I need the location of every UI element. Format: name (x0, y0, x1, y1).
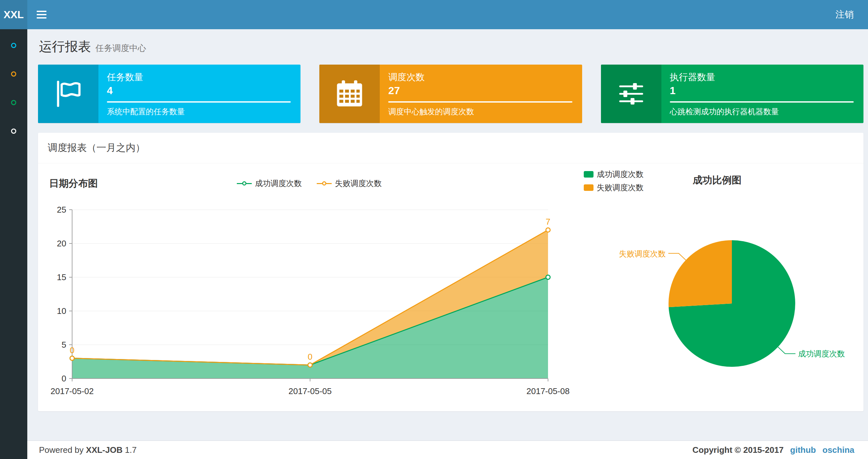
line-chart-header: 日期分布图 成功调度次数 失败调度次数 (48, 172, 571, 195)
footer-right: Copyright © 2015-2017 github oschina (692, 445, 855, 455)
date-distribution-block: 日期分布图 成功调度次数 失败调度次数 05101520252017-05-02… (48, 172, 571, 404)
line-chart-title: 日期分布图 (49, 177, 98, 190)
product-version: 1.7 (125, 445, 136, 455)
legend-item-fail[interactable]: 失败调度次数 (317, 178, 382, 189)
svg-text:25: 25 (57, 205, 66, 215)
success-ratio-pie-chart: 成功调度次数失败调度次数 (576, 203, 859, 398)
product-name: XXL-JOB (86, 445, 123, 455)
info-box-value: 27 (388, 85, 572, 97)
info-box-executor-count: 执行器数量 1 心跳检测成功的执行器机器数量 (601, 65, 864, 123)
info-box-text: 执行器数量 1 心跳检测成功的执行器机器数量 (661, 65, 864, 123)
info-box-value: 4 (107, 85, 291, 97)
svg-text:2017-05-08: 2017-05-08 (527, 386, 570, 396)
svg-text:成功调度次数: 成功调度次数 (798, 349, 845, 358)
sidebar-toggle-button[interactable] (27, 0, 56, 29)
legend-swatch (584, 171, 593, 177)
sidebar-item[interactable] (0, 31, 27, 60)
circle-icon (11, 129, 16, 134)
svg-text:20: 20 (57, 238, 66, 248)
legend-item-success[interactable]: 成功调度次数 (584, 169, 644, 179)
legend-item-fail[interactable]: 失败调度次数 (584, 183, 644, 193)
svg-text:失败调度次数: 失败调度次数 (619, 249, 665, 258)
powered-by-text: Powered by XXL-JOB 1.7 (39, 445, 137, 455)
calendar-icon (319, 65, 380, 123)
success-ratio-block: 成功调度次数 失败调度次数 成功比例图 成功调度次数失败调度次数 (571, 172, 864, 404)
info-box-label: 任务数量 (107, 71, 291, 84)
info-box-value: 1 (670, 85, 854, 97)
main-content: 运行报表 任务调度中心 任务数量 4 系统中配置的任务数量 (27, 0, 868, 441)
pie-chart-header: 成功调度次数 失败调度次数 成功比例图 (571, 172, 864, 203)
date-distribution-chart: 05101520252017-05-022017-05-052017-05-08… (48, 195, 571, 403)
progress-line (670, 101, 854, 103)
legend-swatch (584, 185, 593, 191)
sliders-icon (601, 65, 661, 123)
app-logo[interactable]: XXL (0, 0, 27, 29)
logout-link[interactable]: 注销 (821, 0, 868, 29)
pie-chart-legend: 成功调度次数 失败调度次数 (584, 169, 644, 193)
svg-text:7: 7 (546, 217, 550, 227)
line-legend-marker (317, 183, 332, 184)
progress-line (107, 101, 291, 103)
svg-text:5: 5 (62, 340, 66, 350)
info-box-trigger-count: 调度次数 27 调度中心触发的调度次数 (319, 65, 582, 123)
legend-label: 失败调度次数 (335, 178, 382, 189)
legend-label: 成功调度次数 (597, 169, 644, 179)
dispatch-report-panel: 调度报表（一月之内） 日期分布图 成功调度次数 失败调度次数 (38, 133, 864, 411)
circle-icon (11, 71, 16, 76)
progress-line (388, 101, 572, 103)
legend-label: 成功调度次数 (255, 178, 302, 189)
legend-label: 失败调度次数 (597, 183, 644, 193)
sidebar-item[interactable] (0, 117, 27, 145)
line-legend-marker (237, 183, 252, 184)
svg-text:10: 10 (57, 306, 66, 316)
footer: Powered by XXL-JOB 1.7 Copyright © 2015-… (27, 440, 868, 459)
info-box-text: 任务数量 4 系统中配置的任务数量 (98, 65, 301, 123)
legend-item-success[interactable]: 成功调度次数 (237, 178, 302, 189)
flag-icon (38, 65, 98, 123)
svg-text:0: 0 (62, 373, 66, 383)
info-box-description: 心跳检测成功的执行器机器数量 (670, 106, 854, 117)
info-box-label: 执行器数量 (670, 71, 854, 84)
info-box-description: 调度中心触发的调度次数 (388, 106, 572, 117)
panel-body: 日期分布图 成功调度次数 失败调度次数 05101520252017-05-02… (38, 163, 864, 411)
info-box-label: 调度次数 (388, 71, 572, 84)
panel-title: 调度报表（一月之内） (38, 133, 864, 163)
navbar-spacer (56, 0, 821, 29)
oschina-link[interactable]: oschina (823, 445, 855, 455)
line-chart-legend: 成功调度次数 失败调度次数 (237, 178, 382, 189)
info-box-text: 调度次数 27 调度中心触发的调度次数 (380, 65, 582, 123)
svg-text:15: 15 (57, 272, 66, 282)
info-box-task-count: 任务数量 4 系统中配置的任务数量 (38, 65, 301, 123)
copyright-text: Copyright © 2015-2017 (692, 445, 784, 455)
circle-icon (11, 100, 16, 105)
svg-text:2017-05-05: 2017-05-05 (288, 386, 332, 396)
sidebar-item[interactable] (0, 88, 27, 117)
top-navbar: XXL 注销 (0, 0, 868, 29)
svg-text:2017-05-02: 2017-05-02 (51, 386, 94, 396)
page-header: 运行报表 任务调度中心 (27, 29, 868, 56)
page-subtitle: 任务调度中心 (95, 42, 146, 54)
github-link[interactable]: github (790, 445, 816, 455)
svg-text:0: 0 (308, 352, 312, 362)
hamburger-icon (37, 11, 46, 12)
info-box-description: 系统中配置的任务数量 (107, 106, 291, 117)
info-box-row: 任务数量 4 系统中配置的任务数量 (27, 56, 868, 123)
sidebar-item[interactable] (0, 60, 27, 88)
page-title: 运行报表 (39, 38, 91, 56)
sidebar (0, 29, 27, 459)
svg-text:0: 0 (70, 346, 74, 355)
circle-icon (11, 43, 16, 48)
